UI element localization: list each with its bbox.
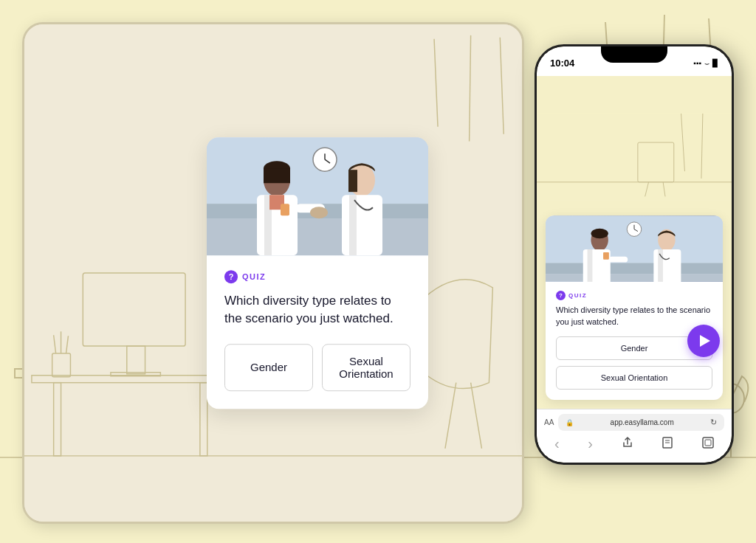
svg-rect-65	[546, 274, 723, 281]
option-sexual-orientation-phone[interactable]: Sexual Orientation	[556, 366, 712, 390]
quiz-question-phone: Which diversity type relates to the scen…	[556, 305, 712, 328]
phone-notch	[601, 46, 667, 63]
address-bar[interactable]: 🔒 app.easyllama.com ↻	[558, 414, 724, 431]
quiz-icon-phone: ?	[556, 291, 566, 300]
forward-button[interactable]: ›	[588, 435, 593, 452]
svg-rect-51	[348, 170, 357, 192]
back-button[interactable]: ‹	[554, 435, 560, 452]
svg-rect-82	[705, 440, 711, 446]
option-sexual-orientation-tablet[interactable]: Sexual Orientation	[322, 344, 410, 391]
reload-icon[interactable]: ↻	[710, 418, 717, 427]
svg-point-70	[591, 229, 608, 239]
card-image-phone	[546, 215, 723, 282]
text-size-control[interactable]: AA	[544, 418, 554, 426]
svg-rect-53	[349, 195, 357, 255]
doctors-scene-tablet	[207, 137, 428, 255]
phone-nav-bar: ‹ ›	[544, 431, 724, 452]
phone-bottom-bar: AA 🔒 app.easyllama.com ↻ ‹ ›	[537, 409, 732, 463]
play-fab-button[interactable]	[687, 325, 720, 357]
svg-rect-64	[546, 263, 723, 274]
url-text: app.easyllama.com	[611, 418, 674, 426]
svg-rect-44	[264, 168, 290, 183]
status-icons: ▪▪▪ ⌣ ▉	[693, 58, 718, 68]
svg-point-54	[310, 207, 328, 218]
phone-status-bar: 10:04 ▪▪▪ ⌣ ▉	[537, 46, 732, 76]
quiz-options-tablet: Gender Sexual Orientation	[224, 344, 410, 391]
quiz-badge-phone: ? QUIZ	[556, 291, 712, 300]
svg-rect-74	[609, 257, 628, 263]
battery-icon: ▉	[712, 59, 718, 67]
option-gender-tablet[interactable]: Gender	[224, 344, 313, 391]
svg-rect-48	[281, 204, 289, 215]
card-body-tablet: ? QUIZ Which diversity type relates to t…	[207, 255, 428, 409]
quiz-label-tablet: QUIZ	[242, 272, 266, 281]
phone-content-area: ? QUIZ Which diversity type relates to t…	[537, 76, 732, 409]
svg-rect-76	[653, 249, 681, 282]
share-button[interactable]	[622, 437, 633, 451]
wifi-icon: ⌣	[704, 58, 709, 68]
quiz-label-phone: QUIZ	[568, 292, 587, 299]
tablet-device: ? QUIZ Which diversity type relates to t…	[22, 22, 524, 524]
lock-icon: 🔒	[566, 419, 574, 426]
card-image-tablet	[207, 137, 428, 255]
phone-screen: 10:04 ▪▪▪ ⌣ ▉	[537, 46, 732, 463]
signal-icon: ▪▪▪	[693, 59, 701, 67]
svg-rect-81	[703, 437, 713, 448]
phone-device: 10:04 ▪▪▪ ⌣ ▉	[535, 44, 734, 465]
doctors-scene-phone	[546, 215, 723, 282]
svg-rect-52	[342, 195, 382, 255]
svg-rect-77	[658, 249, 663, 282]
quiz-badge-tablet: ? QUIZ	[224, 270, 410, 283]
play-icon	[700, 335, 710, 347]
quiz-card-tablet: ? QUIZ Which diversity type relates to t…	[207, 137, 428, 409]
svg-rect-36	[207, 218, 428, 255]
quiz-icon-tablet: ?	[224, 270, 238, 283]
status-time: 10:04	[550, 58, 574, 69]
bookmarks-button[interactable]	[662, 437, 673, 451]
svg-rect-73	[603, 252, 609, 260]
quiz-card-phone: ? QUIZ Which diversity type relates to t…	[546, 215, 723, 400]
quiz-question-tablet: Which diversity type relates to the scen…	[224, 292, 410, 328]
url-bar: AA 🔒 app.easyllama.com ↻	[544, 414, 724, 431]
svg-rect-37	[207, 137, 428, 204]
svg-rect-72	[588, 249, 593, 282]
tabs-button[interactable]	[702, 437, 714, 451]
